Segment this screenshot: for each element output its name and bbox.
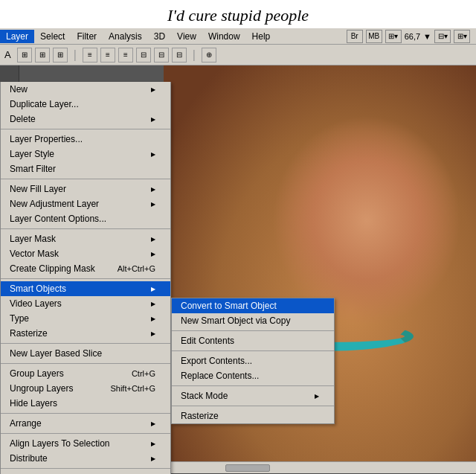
opt-btn-align5[interactable]: ⊟ (154, 48, 169, 63)
opt-btn-transform[interactable]: ⊞ (17, 48, 32, 63)
caption: I'd cure stupid people (0, 0, 476, 28)
layer-menu-item-new[interactable]: New (1, 82, 170, 97)
sep1 (1, 129, 170, 129)
layer-menu-item-newslice[interactable]: New Layer Based Slice (1, 346, 170, 361)
layer-menu-item-videolayers[interactable]: Video Layers (1, 296, 170, 311)
opt-btn-align3[interactable]: ≡ (118, 48, 133, 63)
sep5 (1, 343, 170, 344)
sep-sub4 (172, 406, 334, 406)
sep-sub3 (172, 385, 334, 386)
layer-menu-item-style[interactable]: Layer Style (1, 147, 170, 161)
layer-menu-item-smartfilter[interactable]: Smart Filter (1, 161, 170, 176)
layer-menu-item-arrange[interactable]: Arrange (1, 416, 170, 431)
sep-sub1 (172, 330, 334, 331)
toolbar-btn-3[interactable]: ⊞▾ (385, 30, 402, 43)
sep6 (1, 363, 170, 364)
submenu-item-export[interactable]: Export Contents... (172, 353, 334, 368)
opt-divider: | (74, 48, 77, 62)
submenu-item-rasterize[interactable]: Rasterize (172, 409, 334, 423)
menubar-item-view[interactable]: View (171, 30, 202, 43)
toolbar-btn-1[interactable]: Br (347, 30, 363, 43)
layer-menu-item-align[interactable]: Align Layers To Selection (1, 436, 170, 451)
ungroup-shortcut: Shift+Ctrl+G (110, 384, 155, 393)
layer-menu: New Duplicate Layer... Delete Layer Prop… (0, 82, 171, 474)
submenu-item-replace[interactable]: Replace Contents... (172, 368, 334, 383)
opt-btn-align1[interactable]: ≡ (83, 48, 97, 63)
submenu-item-stackmode[interactable]: Stack Mode (172, 388, 334, 403)
opt-btn-3[interactable]: ⊞ (53, 48, 68, 63)
submenu-item-editcontents[interactable]: Edit Contents (172, 333, 334, 348)
sep8 (1, 433, 170, 434)
layer-menu-item-ungroup[interactable]: Ungroup Layers Shift+Ctrl+G (1, 381, 170, 396)
ps-main: New Duplicate Layer... Delete Layer Prop… (0, 65, 476, 473)
ps-wrapper: Layer Select Filter Analysis 3D View Win… (0, 28, 476, 474)
sep-sub2 (172, 350, 334, 351)
menubar-item-select[interactable]: Select (34, 30, 71, 43)
opt-divider2: | (193, 48, 196, 62)
menubar-item-analysis[interactable]: Analysis (103, 30, 148, 43)
zoom-value: 66,7 (405, 32, 420, 41)
toolbar-btn-5[interactable]: ⊞▾ (454, 30, 470, 43)
sep9 (1, 468, 170, 469)
submenu-item-newcopy[interactable]: New Smart Object via Copy (172, 313, 334, 328)
layer-menu-item-newadjustment[interactable]: New Adjustment Layer (1, 196, 170, 211)
menubar-item-help[interactable]: Help (246, 30, 277, 43)
layer-menu-item-vectormask[interactable]: Vector Mask (1, 246, 170, 261)
zoom-dropdown[interactable]: ▼ (423, 32, 431, 41)
opt-btn-align4[interactable]: ⊟ (136, 48, 151, 63)
layer-menu-item-hidelayers[interactable]: Hide Layers (1, 396, 170, 411)
layer-menu-item-properties[interactable]: Layer Properties... (1, 132, 170, 147)
opt-btn-extra[interactable]: ⊕ (202, 48, 216, 63)
menubar-item-window[interactable]: Window (202, 30, 246, 43)
sep3 (1, 228, 170, 229)
layer-menu-item-grouplayers[interactable]: Group Layers Ctrl+G (1, 366, 170, 381)
layer-menu-item-rasterize[interactable]: Rasterize (1, 326, 170, 341)
sep2 (1, 179, 170, 179)
submenu-item-convert[interactable]: Convert to Smart Object (172, 298, 334, 313)
sep4 (1, 278, 170, 279)
layer-menu-item-delete[interactable]: Delete (1, 112, 170, 126)
clipping-shortcut: Alt+Ctrl+G (118, 264, 155, 273)
opt-btn-align6[interactable]: ⊟ (172, 48, 187, 63)
group-shortcut: Ctrl+G (132, 369, 155, 378)
menubar-right: Br MB ⊞▾ 66,7 ▼ ⊟▾ ⊞▾ (347, 30, 476, 43)
layer-menu-item-newfill[interactable]: New Fill Layer (1, 182, 170, 196)
layer-menu-item-distribute[interactable]: Distribute (1, 451, 170, 466)
menubar: Layer Select Filter Analysis 3D View Win… (0, 28, 476, 45)
opt-icon-1: A (4, 49, 11, 60)
layer-menu-item-duplicate[interactable]: Duplicate Layer... (1, 97, 170, 112)
optionsbar: A ⊞ ⊞ ⊞ | ≡ ≡ ≡ ⊟ ⊟ ⊟ | ⊕ (0, 45, 476, 65)
layer-menu-item-clipping[interactable]: Create Clipping Mask Alt+Ctrl+G (1, 261, 170, 276)
opt-btn-2[interactable]: ⊞ (35, 48, 50, 63)
smart-objects-submenu: Convert to Smart Object New Smart Object… (171, 298, 335, 424)
opt-btn-align2[interactable]: ≡ (100, 48, 115, 63)
sep7 (1, 413, 170, 414)
menubar-item-filter[interactable]: Filter (71, 30, 103, 43)
menubar-item-layer[interactable]: Layer (0, 30, 34, 43)
layer-menu-item-type[interactable]: Type (1, 311, 170, 326)
layer-menu-item-layermask[interactable]: Layer Mask (1, 231, 170, 246)
layer-menu-item-lockall[interactable]: Lock All Layers in Group... (1, 471, 170, 474)
toolbar-btn-4[interactable]: ⊟▾ (434, 30, 451, 43)
menubar-item-3d[interactable]: 3D (148, 30, 171, 43)
layer-menu-item-smartobjects[interactable]: Smart Objects (1, 281, 170, 296)
layer-menu-item-contentoptions[interactable]: Layer Content Options... (1, 211, 170, 226)
toolbar-btn-2[interactable]: MB (366, 30, 382, 43)
